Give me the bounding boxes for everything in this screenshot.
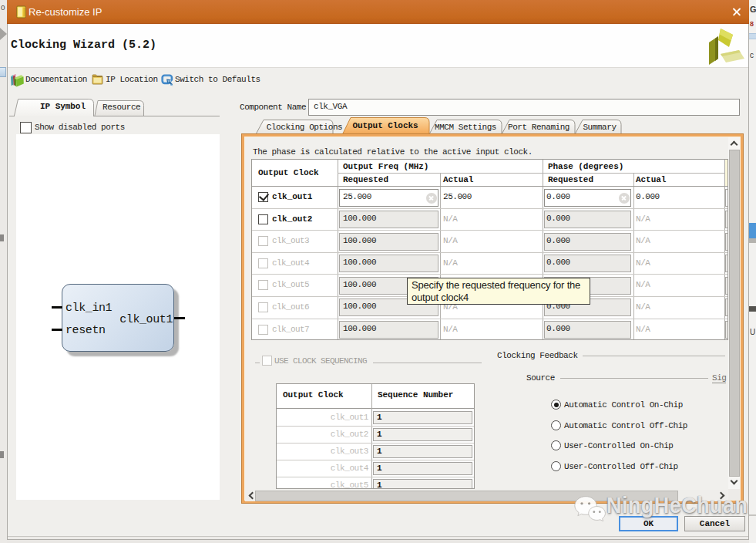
column-header-output-clock: Output Clock	[258, 160, 319, 186]
output-clock-name: clk_out3	[272, 236, 309, 245]
cancel-button[interactable]: Cancel	[684, 516, 745, 531]
output-clock-row: clk_out4 100.000 N/A 0.000 N/A	[252, 253, 727, 275]
sequence-row: clk_out2 1	[277, 427, 474, 444]
component-name-value: clk_VGA	[314, 102, 347, 111]
radio-label: User-Controlled On-Chip	[564, 441, 673, 450]
output-clock-checkbox[interactable]	[258, 192, 268, 202]
ok-button[interactable]: OK	[619, 516, 678, 531]
radio-button[interactable]	[551, 461, 561, 471]
radio-button[interactable]	[551, 440, 561, 450]
tab-output-clocks[interactable]: Output Clocks	[339, 118, 432, 133]
phase-requested-value: 0.000	[546, 236, 570, 245]
freq-requested-field[interactable]: 100.000	[339, 321, 438, 339]
column-header-output-clock: Output Clock	[283, 390, 344, 400]
output-clock-checkbox[interactable]	[258, 302, 268, 312]
radio-label: Automatic Control Off-Chip	[564, 421, 687, 430]
freq-actual-value: N/A	[443, 236, 457, 245]
output-clock-name: clk_out1	[272, 192, 312, 201]
background-blue-fragment	[0, 67, 6, 77]
tab-ip-symbol[interactable]: IP Symbol	[40, 98, 86, 116]
output-clock-checkbox[interactable]	[258, 325, 268, 335]
use-clock-sequencing-checkbox[interactable]	[262, 356, 272, 366]
phase-requested-value: 0.000	[546, 214, 570, 223]
close-button[interactable]	[725, 2, 748, 22]
group-line	[583, 356, 725, 356]
show-disabled-ports-label: Show disabled ports	[35, 123, 125, 132]
freq-requested-value: 25.000	[343, 192, 371, 201]
wizard-title: Clocking Wizard (5.2)	[11, 39, 156, 52]
output-clock-checkbox[interactable]	[258, 236, 268, 246]
radio-button[interactable]	[551, 400, 561, 410]
phase-requested-field[interactable]: 0.000	[544, 233, 631, 251]
clear-field-icon[interactable]	[426, 193, 437, 204]
use-clock-sequencing-label: USE CLOCK SEQUENCING	[274, 356, 367, 366]
phase-actual-value: 0.000	[636, 192, 660, 201]
column-header-phase-requested: Requested	[548, 173, 593, 186]
scroll-down-icon[interactable]	[731, 477, 738, 485]
freq-requested-field[interactable]: 25.000	[339, 189, 438, 207]
documentation-books-icon	[10, 73, 25, 87]
sequence-row: clk_out1 1	[277, 410, 474, 427]
port-stub-resetn	[52, 329, 62, 331]
output-clock-checkbox[interactable]	[258, 214, 268, 224]
vertical-scrollbar[interactable]	[728, 137, 740, 500]
wechat-logo	[573, 495, 606, 526]
tab-clocking-options[interactable]: Clocking Options	[258, 120, 351, 135]
tab-summary[interactable]: Summary	[553, 120, 646, 135]
freq-requested-field[interactable]: 100.000	[339, 211, 438, 228]
output-clock-checkbox[interactable]	[258, 258, 268, 268]
scroll-up-icon[interactable]	[731, 141, 738, 149]
freq-requested-value: 100.000	[343, 324, 376, 333]
column-header-phase: Phase (degrees)	[548, 160, 623, 173]
documentation-link[interactable]: Documentation	[25, 73, 87, 87]
radio-button[interactable]	[551, 420, 561, 430]
background-fragment: 8	[750, 20, 754, 28]
background-fragment	[749, 306, 756, 312]
background-fragment	[749, 514, 756, 516]
sequence-number-field[interactable]: 1	[373, 411, 472, 424]
phase-actual-value: N/A	[636, 280, 650, 289]
phase-requested-field[interactable]: 0.000	[544, 211, 631, 228]
dialog-footer-strip	[8, 537, 748, 539]
dialog-titlebar[interactable]: Re-customize IP	[7, 0, 749, 24]
output-clock-name: clk_out4	[272, 258, 309, 268]
port-label-resetn: resetn	[66, 324, 106, 337]
vertical-scrollbar-thumb[interactable]	[729, 150, 740, 477]
ip-location-link[interactable]: IP Location	[106, 73, 158, 87]
component-name-input[interactable]: clk_VGA	[308, 99, 740, 116]
output-clock-checkbox[interactable]	[258, 280, 268, 290]
tooltip-line2: output clock4	[412, 292, 590, 304]
background-fragment: U	[750, 328, 755, 336]
background-blue-fragment	[749, 223, 756, 238]
sequence-table: Output Clock Sequence Number clk_out1 1 …	[276, 383, 475, 489]
background-window-right-sliver: G 8 c U	[749, 0, 756, 543]
sequence-number-field[interactable]: 1	[373, 462, 472, 475]
background-window-left-sliver: o	[0, 0, 7, 543]
freq-actual-value: 25.000	[443, 192, 472, 201]
freq-requested-field[interactable]: 100.000	[339, 233, 438, 251]
port-label-clk-in1: clk_in1	[66, 302, 112, 315]
sequence-number-field[interactable]: 1	[373, 428, 472, 441]
background-fragment: G	[750, 5, 756, 14]
sequence-number-field[interactable]: 1	[373, 445, 472, 458]
switch-to-defaults-link[interactable]: Switch to Defaults	[175, 73, 260, 87]
phase-requested-field[interactable]: 0.000	[544, 321, 631, 339]
sequence-number-value: 1	[377, 464, 382, 473]
port-stub-clk-in1	[52, 306, 62, 309]
phase-requested-field[interactable]: 0.000	[544, 255, 631, 272]
clear-field-icon[interactable]	[619, 193, 630, 204]
radio-label: User-Controlled Off-Chip	[564, 462, 678, 471]
dialog-title: Re-customize IP	[29, 0, 102, 24]
show-disabled-ports-checkbox[interactable]	[20, 122, 32, 133]
phase-note: The phase is calculated relative to the …	[253, 147, 533, 157]
tab-resource[interactable]: Resource	[102, 99, 140, 116]
background-fragment: o	[1, 3, 5, 12]
freq-requested-field[interactable]: 100.000	[339, 255, 438, 272]
background-fragment	[749, 33, 756, 39]
sequence-row: clk_out4 1	[277, 460, 474, 477]
sequence-number-field[interactable]: 1	[373, 479, 472, 489]
output-clock-name: clk_out7	[272, 325, 309, 334]
background-fragment: c	[750, 51, 754, 59]
phase-requested-field[interactable]: 0.000	[544, 189, 631, 207]
tooltip: Specify the requested frequency for the …	[407, 278, 590, 305]
